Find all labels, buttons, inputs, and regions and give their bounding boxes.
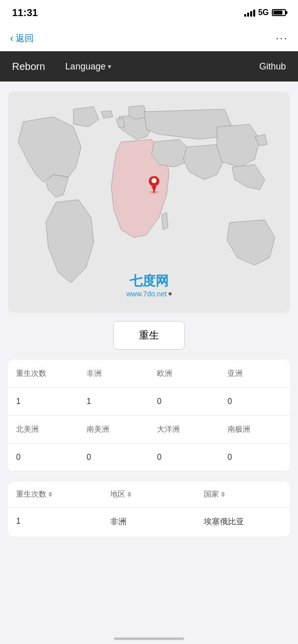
stats-val-africa: 1 (79, 388, 149, 416)
chevron-left-icon: ‹ (10, 32, 14, 44)
map-container: 七度网 www.7do.net (8, 92, 290, 313)
github-link[interactable]: Github (259, 61, 286, 72)
history-col-region[interactable]: 地区 (102, 481, 196, 507)
stats-val-europe: 0 (149, 388, 219, 416)
sort-icon-count (48, 492, 52, 497)
history-header: 重生次数 地区 国家 (8, 481, 290, 508)
back-button[interactable]: ‹ 返回 (10, 32, 34, 44)
reborn-button-wrap: 重生 (0, 321, 298, 350)
map-visual: 七度网 www.7do.net (8, 92, 290, 313)
home-indicator (114, 637, 184, 640)
status-time: 11:31 (12, 7, 38, 19)
world-map-svg (8, 92, 290, 313)
history-cell-count: 1 (8, 508, 102, 536)
network-label: 5G (258, 8, 269, 17)
stats-val-samerica: 0 (79, 444, 149, 471)
sort-icon-country (221, 492, 225, 497)
sort-icon-region (127, 492, 131, 497)
stats-header-asia: 亚洲 (219, 360, 290, 388)
stats-val-asia: 0 (219, 388, 290, 416)
stats-card: 重生次数 非洲 欧洲 亚洲 1 1 0 0 北美洲 南美洲 大洋洲 南极洲 0 … (8, 360, 290, 471)
chevron-down-icon: ▾ (108, 62, 111, 70)
history-card: 重生次数 地区 国家 1 非洲 埃塞俄比亚 (8, 481, 290, 536)
language-label: Language (65, 61, 106, 72)
table-row: 1 非洲 埃塞俄比亚 (8, 508, 290, 536)
stats-val-antarctic: 0 (219, 444, 290, 471)
stats-header-oceania: 大洋洲 (149, 416, 219, 444)
history-col-country[interactable]: 国家 (196, 481, 290, 507)
signal-icon (244, 9, 255, 17)
history-col-count[interactable]: 重生次数 (8, 481, 102, 507)
battery-icon (272, 9, 286, 16)
history-cell-country: 埃塞俄比亚 (196, 508, 290, 536)
status-bar: 11:31 5G (0, 0, 298, 25)
language-button[interactable]: Language ▾ (65, 61, 111, 72)
stats-header-namerica: 北美洲 (8, 416, 79, 444)
brand-label: Reborn (12, 61, 45, 72)
stats-val-oceania: 0 (149, 444, 219, 471)
stats-header-samerica: 南美洲 (79, 416, 149, 444)
stats-header-europe: 欧洲 (149, 360, 219, 388)
stats-header-africa: 非洲 (79, 360, 149, 388)
stats-header-antarctic: 南极洲 (219, 416, 290, 444)
svg-point-2 (152, 178, 157, 183)
stats-val-reborn: 1 (8, 388, 79, 416)
nav-bar: ‹ 返回 ··· (0, 25, 298, 51)
back-label: 返回 (16, 32, 34, 44)
app-header: Reborn Language ▾ Github (0, 51, 298, 82)
history-cell-region: 非洲 (102, 508, 196, 536)
stats-val-namerica: 0 (8, 444, 79, 471)
stats-header-reborn: 重生次数 (8, 360, 79, 388)
status-icons: 5G (244, 8, 286, 17)
stats-grid-top: 重生次数 非洲 欧洲 亚洲 1 1 0 0 北美洲 南美洲 大洋洲 南极洲 0 … (8, 360, 290, 471)
more-button[interactable]: ··· (276, 32, 288, 45)
reborn-button[interactable]: 重生 (113, 321, 185, 350)
